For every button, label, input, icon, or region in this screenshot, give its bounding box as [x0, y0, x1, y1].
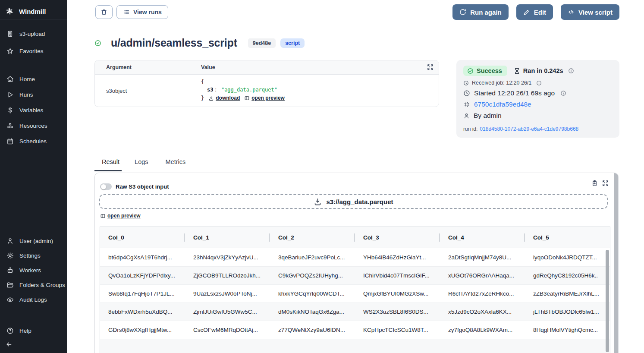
sidebar-item-label: Help	[19, 328, 31, 334]
sidebar-item-runs[interactable]: Runs	[0, 87, 67, 102]
column-header[interactable]: Col_3	[355, 227, 440, 248]
sidebar-divider	[0, 19, 67, 19]
view-runs-button[interactable]: View runs	[116, 5, 168, 19]
view-script-button[interactable]: View script	[561, 4, 619, 20]
star-icon	[6, 47, 14, 55]
collapse-sidebar-button[interactable]	[6, 339, 16, 350]
panel-scrollbar[interactable]	[614, 173, 618, 353]
tab-logs[interactable]: Logs	[132, 158, 150, 171]
check-circle-icon	[94, 40, 101, 47]
open-preview-link[interactable]: open preview	[100, 213, 141, 219]
table-header-row: Col_0 Col_1 Col_2 Col_3 Col_4 Col_5	[100, 227, 610, 248]
edit-button[interactable]: Edit	[516, 4, 553, 20]
job-status-panel: Success Ran in 0.242s Received job: 12:2…	[456, 60, 619, 138]
raw-s3-toggle[interactable]	[100, 183, 112, 190]
robot-icon	[6, 267, 14, 274]
trash-icon	[101, 9, 107, 16]
value-column-header: Value	[201, 64, 215, 70]
tab-result[interactable]: Result	[94, 158, 122, 171]
view-script-label: View script	[578, 9, 613, 16]
job-hash-link[interactable]: 6750c1dfa59ed48e	[474, 101, 531, 108]
info-icon[interactable]	[568, 68, 574, 74]
check-circle-icon	[467, 68, 474, 74]
sidebar-item-resources[interactable]: Resources	[0, 118, 67, 133]
toolbar-right: Run again Edit View script	[452, 4, 619, 20]
sidebar-item-label: s3-upload	[19, 31, 45, 37]
hash-badge: 9ed48e	[248, 38, 276, 48]
panel-preview-icon	[244, 95, 250, 101]
expand-icon[interactable]	[602, 180, 609, 186]
run-id-link[interactable]: 018d4580-1072-ab29-e6a4-c1de9798b668	[480, 126, 578, 132]
column-header[interactable]: Col_5	[525, 227, 610, 248]
chip-icon	[463, 101, 470, 108]
sidebar-item-label: Audit Logs	[19, 296, 47, 303]
json-key: s3	[207, 87, 213, 93]
code-icon	[568, 9, 575, 16]
status-badge: Success	[463, 66, 507, 76]
received-job-row: Received job: 12:20 26/1	[463, 80, 613, 86]
arguments-card: Argument Value s3object { s3: "agg_data.…	[94, 60, 439, 107]
download-icon	[314, 198, 322, 206]
column-header[interactable]: Col_1	[185, 227, 270, 248]
sidebar-item-audit-logs[interactable]: Audit Logs	[0, 292, 67, 307]
sidebar-item-help[interactable]: Help	[0, 323, 67, 338]
sidebar-item-folders-groups[interactable]: Folders & Groups	[0, 277, 67, 293]
sidebar-item-label: Workers	[19, 267, 41, 274]
table-row[interactable]: QvOa1oLzKFjYDFPdlxy...ZjGCOB9TLLROdzoJkh…	[100, 266, 610, 284]
sidebar-item-workers[interactable]: Workers	[0, 262, 67, 278]
sidebar-item-schedules[interactable]: Schedules	[0, 133, 67, 149]
table-row[interactable]: Swb8Iq17FqHjoT7P1JL...9UazLsxzsJW0oPToNj…	[100, 284, 610, 303]
sidebar-item-variables[interactable]: Variables	[0, 102, 67, 118]
edit-label: Edit	[534, 9, 546, 16]
sidebar-item-user[interactable]: User (admin)	[0, 233, 67, 249]
raw-s3-toggle-label: Raw S3 object input	[116, 183, 169, 190]
started-row: Started 12:20 26/1 69s ago	[463, 89, 613, 97]
brand-label: Windmill	[19, 8, 46, 15]
delete-button[interactable]	[95, 5, 113, 19]
help-icon	[6, 327, 14, 334]
expand-icon	[427, 64, 434, 70]
info-icon[interactable]	[536, 80, 542, 86]
sidebar-item-home[interactable]: Home	[0, 71, 67, 87]
table-scrollbar-thumb[interactable]	[606, 250, 609, 352]
title-row: u/admin/seamless_script 9ed48e script	[94, 37, 305, 49]
json-line-close: } download open preview	[201, 94, 285, 102]
copy-clipboard-icon[interactable]	[591, 180, 598, 186]
run-id-label: run id:	[463, 126, 478, 132]
sidebar-divider	[0, 65, 67, 65]
info-icon[interactable]	[560, 90, 566, 96]
job-hash-row: 6750c1dfa59ed48e	[463, 101, 613, 108]
open-preview-label: open preview	[251, 94, 285, 102]
download-link[interactable]: download	[208, 94, 240, 102]
run-again-button[interactable]: Run again	[452, 4, 509, 20]
pencil-icon	[523, 9, 530, 16]
result-tabs: Result Logs Metrics	[94, 158, 201, 171]
column-header[interactable]: Col_0	[100, 227, 185, 248]
download-label: download	[216, 94, 240, 102]
script-type-badge: script	[280, 38, 305, 48]
s3-file-label: s3://agg_data.parquet	[326, 198, 393, 205]
expand-args-button[interactable]	[427, 64, 434, 70]
s3-file-download-area[interactable]: s3://agg_data.parquet	[99, 194, 608, 209]
user-icon	[6, 237, 14, 245]
result-panel-actions	[591, 180, 609, 186]
json-colon: :	[213, 87, 218, 93]
tab-metrics[interactable]: Metrics	[163, 158, 188, 171]
table-row[interactable]: bt6dp4CgXsA19T6hdrj...23hN4qxV3jZkYyAzjv…	[100, 248, 610, 266]
json-line: s3: "agg_data.parquet"	[201, 86, 285, 94]
sidebar-item-label: Schedules	[19, 138, 47, 145]
arguments-header: Argument Value	[95, 60, 439, 75]
folder-icon	[6, 281, 14, 289]
sidebar-item-favorites[interactable]: Favorites	[0, 43, 67, 59]
clock-icon	[463, 90, 470, 97]
argument-column-header: Argument	[106, 64, 201, 70]
table-row[interactable]: 8ebbFxWDxrh5uXdBQ...ZjmlJUiGwfU5GWw5C...…	[100, 303, 610, 321]
open-preview-link[interactable]: open preview	[244, 94, 285, 102]
sidebar-item-s3-upload[interactable]: s3-upload	[0, 26, 67, 41]
panel-preview-icon	[100, 213, 106, 219]
brand[interactable]: Windmill	[0, 3, 67, 19]
column-header[interactable]: Col_4	[440, 227, 525, 248]
table-row[interactable]: GDrs0j8wXXgfHgjjMtw...CscOFwM6MRqDOttAj.…	[100, 321, 610, 339]
column-header[interactable]: Col_2	[270, 227, 355, 248]
sidebar-item-settings[interactable]: Settings	[0, 248, 67, 263]
